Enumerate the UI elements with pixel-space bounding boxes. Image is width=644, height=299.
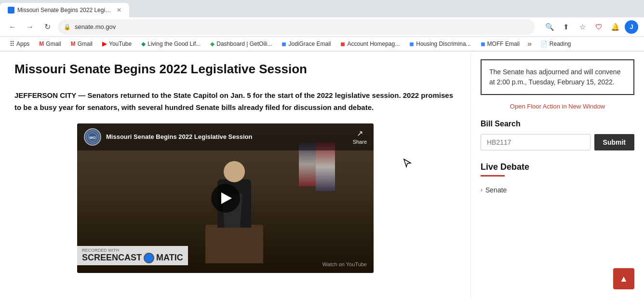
profile-avatar[interactable]: J: [625, 20, 638, 34]
bookmark-button[interactable]: ☆: [576, 20, 589, 34]
bookmark-gmail1[interactable]: M Gmail: [35, 40, 65, 48]
tab-bar: Missouri Senate Begins 2022 Legislative …: [0, 0, 644, 17]
video-play-button[interactable]: [211, 184, 240, 213]
reading-icon: 📄: [540, 41, 548, 47]
bookmark-dashboard[interactable]: ◆ Dashboard | GetOili...: [206, 40, 276, 48]
bookmark-dashboard-label: Dashboard | GetOili...: [216, 41, 272, 47]
video-title: Missouri Senate Begins 2022 Legislative …: [106, 133, 252, 140]
lock-icon: 🔒: [64, 24, 71, 30]
bookmark-living-label: Living the Good Lif...: [148, 41, 201, 47]
youtube-watermark: Watch on YouTube: [322, 261, 367, 267]
senate-item-label: Senate: [485, 186, 507, 194]
youtube-icon: ▶: [102, 40, 107, 47]
live-debate-heading: Live Debate: [481, 162, 634, 172]
share-label: Share: [353, 139, 367, 145]
bookmark-account-label: Account Homepag...: [347, 41, 400, 47]
bill-search-row: Submit: [481, 134, 634, 150]
extension-icon[interactable]: 🛡: [592, 20, 605, 34]
nav-bar: ← → ↻ 🔒 senate.mo.gov 🔍 ⬆ ☆ 🛡 🔔 J: [0, 17, 644, 37]
zoom-button[interactable]: 🔍: [543, 20, 556, 34]
tab-title: Missouri Senate Begins 2022 Legislative …: [17, 7, 114, 14]
video-header: MO Missouri Senate Begins 2022 Legislati…: [77, 123, 374, 150]
bookmark-apps-label: Apps: [16, 41, 29, 47]
bookmark-reading-label: Reading: [550, 41, 571, 47]
page-title: Missouri Senate Begins 2022 Legislative …: [14, 61, 456, 78]
matic-label: MATIC: [156, 253, 183, 263]
bookmark-jodigrace[interactable]: ◼ JodiGrace Email: [278, 40, 335, 48]
apps-icon: ⠿: [10, 40, 14, 48]
senate-status-text: The Senate has adjourned and will conven…: [489, 68, 620, 86]
record-icon: [144, 253, 154, 263]
scroll-to-top-button[interactable]: ▲: [613, 268, 634, 289]
senate-debate-item[interactable]: › Senate: [481, 184, 634, 196]
active-tab[interactable]: Missouri Senate Begins 2022 Legislative …: [0, 3, 129, 17]
page-content: Missouri Senate Begins 2022 Legislative …: [0, 52, 644, 299]
senate-chevron-icon: ›: [481, 187, 483, 193]
nav-actions: 🔍 ⬆ ☆ 🛡 🔔 J: [543, 20, 638, 34]
senate-status-box: The Senate has adjourned and will conven…: [481, 59, 634, 95]
screencast-brand: SCREENCAST: [82, 253, 142, 263]
bookmarks-more-button[interactable]: »: [525, 39, 534, 49]
bookmark-gmail1-label: Gmail: [46, 41, 61, 47]
article-body: JEFFERSON CITY — Senators returned to th…: [14, 89, 456, 114]
tab-favicon: [8, 7, 14, 14]
living-icon: ◆: [141, 41, 146, 47]
bookmark-gmail2[interactable]: M Gmail: [67, 40, 96, 48]
main-content: Missouri Senate Begins 2022 Legislative …: [0, 52, 470, 299]
jodigrace-icon: ◼: [282, 41, 286, 47]
bookmark-gmail2-label: Gmail: [78, 41, 93, 47]
video-embed: MO Missouri Senate Begins 2022 Legislati…: [77, 123, 374, 273]
gmail1-icon: M: [39, 41, 44, 47]
bookmark-housing-label: Housing Discrimina...: [416, 41, 470, 47]
bookmark-reading[interactable]: 📄 Reading: [537, 40, 575, 48]
browser-chrome: Missouri Senate Begins 2022 Legislative …: [0, 0, 644, 52]
bookmark-living[interactable]: ◆ Living the Good Lif...: [137, 40, 204, 48]
bill-submit-button[interactable]: Submit: [594, 134, 634, 150]
bookmark-youtube-label: YouTube: [109, 41, 132, 47]
address-bar[interactable]: 🔒 senate.mo.gov: [58, 19, 535, 35]
forward-button[interactable]: →: [23, 20, 37, 34]
play-icon: [221, 192, 232, 204]
recorded-with-label: RECORDED WITH: [82, 248, 119, 253]
channel-icon: MO: [84, 128, 101, 146]
dashboard-icon: ◆: [210, 41, 215, 47]
bill-search-input[interactable]: [481, 134, 590, 150]
back-button[interactable]: ←: [6, 20, 19, 34]
sidebar: The Senate has adjourned and will conven…: [470, 52, 644, 299]
svg-text:MO: MO: [90, 136, 96, 140]
bookmark-apps[interactable]: ⠿ Apps: [6, 39, 33, 49]
account-icon: ◼: [340, 41, 345, 47]
screencast-badge: RECORDED WITH SCREENCAST MATIC: [77, 246, 188, 265]
moff-icon: ◼: [481, 41, 485, 47]
reload-button[interactable]: ↻: [40, 20, 54, 34]
housing-icon: ◼: [409, 41, 414, 47]
bookmark-moff[interactable]: ◼ MOFF Email: [477, 40, 523, 48]
bookmark-housing[interactable]: ◼ Housing Discrimina...: [405, 40, 474, 48]
share-arrow-icon: ↗: [357, 129, 363, 138]
live-debate-divider: [481, 175, 505, 177]
bookmark-account[interactable]: ◼ Account Homepag...: [336, 40, 403, 48]
bookmarks-bar: ⠿ Apps M Gmail M Gmail ▶ YouTube ◆ Livin…: [0, 37, 644, 51]
video-share-button[interactable]: ↗ Share: [353, 129, 367, 145]
bookmark-moff-label: MOFF Email: [487, 41, 520, 47]
share-button[interactable]: ⬆: [559, 20, 573, 34]
bookmark-youtube[interactable]: ▶ YouTube: [98, 39, 135, 48]
open-floor-link[interactable]: Open Floor Action in New Window: [481, 103, 634, 110]
gmail2-icon: M: [71, 41, 76, 47]
bookmark-jodigrace-label: JodiGrace Email: [288, 41, 331, 47]
notifications-button[interactable]: 🔔: [608, 20, 622, 34]
url-display: senate.mo.gov: [75, 23, 529, 30]
bill-search-heading: Bill Search: [481, 120, 634, 128]
tab-close-icon[interactable]: ✕: [117, 7, 121, 14]
